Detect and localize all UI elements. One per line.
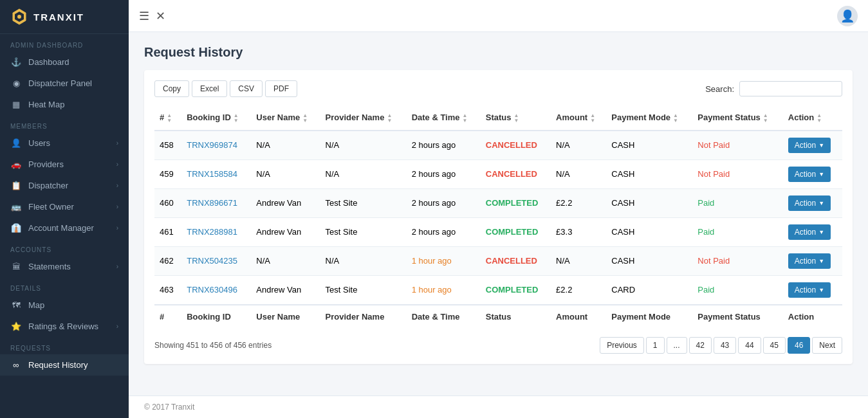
cell-user-name: N/A (251, 131, 320, 160)
col-provider-name: Provider Name▲▼ (320, 106, 407, 131)
sidebar: TRANXIT ADMIN DASHBOARD ⚓ Dashboard ◉ Di… (0, 0, 129, 418)
users-icon: 👤 (10, 138, 22, 148)
request-history-table: #▲▼ Booking ID▲▼ User Name▲▼ Provider Na… (154, 106, 842, 328)
sidebar-item-request-history[interactable]: ∞ Request History (0, 354, 129, 376)
page-ellipsis: ... (667, 337, 687, 354)
menu-icon[interactable]: ☰ (139, 9, 149, 23)
sidebar-item-map[interactable]: 🗺 Map (0, 295, 129, 316)
statements-icon: 🏛 (10, 262, 22, 271)
sidebar-item-label: Users (28, 138, 50, 148)
sort-arrows-status: ▲▼ (513, 113, 519, 123)
request-history-card: Copy Excel CSV PDF Search: #▲▼ Booking I… (144, 70, 853, 364)
providers-icon: 🚗 (10, 159, 22, 169)
previous-button[interactable]: Previous (600, 337, 644, 354)
pagination: Previous 1 ... 42 43 44 45 46 Next (600, 337, 842, 354)
search-wrap: Search: (705, 81, 842, 96)
sidebar-item-statements[interactable]: 🏛 Statements › (0, 256, 129, 277)
sidebar-item-heat-map[interactable]: ▦ Heat Map (0, 94, 129, 115)
next-button[interactable]: Next (812, 337, 842, 354)
page-42-button[interactable]: 42 (689, 337, 712, 354)
sidebar-item-ratings-reviews[interactable]: ⭐ Ratings & Reviews › (0, 316, 129, 337)
logo-icon (10, 8, 28, 26)
sidebar-item-dashboard[interactable]: ⚓ Dashboard (0, 51, 129, 73)
cell-user-name: N/A (251, 159, 320, 188)
cell-payment-mode: CASH (606, 217, 692, 246)
action-button-2[interactable]: Action ▼ (788, 195, 831, 211)
chevron-right-icon: › (116, 224, 118, 232)
col-payment-status: Payment Status▲▼ (692, 106, 782, 131)
csv-button[interactable]: CSV (230, 80, 263, 97)
sidebar-item-label: Account Manager (28, 223, 94, 233)
sidebar-item-providers[interactable]: 🚗 Providers › (0, 154, 129, 175)
dispatcher-panel-icon: ◉ (10, 78, 22, 88)
caret-down-icon: ▼ (818, 171, 824, 177)
cell-amount: N/A (551, 131, 606, 160)
footer-col-payment-status: Payment Status (692, 305, 782, 328)
cell-action: Action ▼ (783, 275, 842, 305)
cell-amount: £2.2 (551, 275, 606, 305)
cell-booking-id: TRNX896671 (181, 188, 251, 217)
section-admin-label: ADMIN DASHBOARD (0, 34, 129, 51)
cell-date-time: 1 hour ago (407, 246, 481, 275)
sidebar-item-dispatcher[interactable]: 📋 Dispatcher › (0, 175, 129, 196)
sort-arrows-payment-mode: ▲▼ (673, 113, 678, 123)
page-45-button[interactable]: 45 (763, 337, 786, 354)
page-44-button[interactable]: 44 (738, 337, 761, 354)
page-43-button[interactable]: 43 (714, 337, 736, 354)
pdf-button[interactable]: PDF (265, 80, 297, 97)
footer-col-action: Action (783, 305, 842, 328)
heat-map-icon: ▦ (10, 100, 22, 109)
cell-user-name: Andrew Van (251, 275, 320, 305)
sidebar-item-label: Dispatcher (28, 181, 68, 190)
cell-payment-status: Paid (692, 275, 782, 305)
sort-arrows-action: ▲▼ (817, 113, 822, 123)
cell-provider-name: Test Site (320, 217, 407, 246)
search-input[interactable] (739, 81, 842, 96)
cell-amount: £3.3 (551, 217, 606, 246)
action-button-4[interactable]: Action ▼ (788, 253, 831, 269)
table-row: 463 TRNX630496 Andrew Van Test Site 1 ho… (154, 275, 842, 305)
col-num: #▲▼ (154, 106, 181, 131)
action-button-1[interactable]: Action ▼ (788, 167, 831, 182)
logo-text: TRANXIT (33, 12, 84, 23)
copy-button[interactable]: Copy (154, 80, 189, 97)
sort-arrows-date: ▲▼ (463, 113, 468, 123)
excel-button[interactable]: Excel (192, 80, 227, 97)
cell-booking-id: TRNX630496 (181, 275, 251, 305)
sort-arrows-provider: ▲▼ (387, 113, 392, 123)
cell-date-time: 2 hours ago (407, 159, 481, 188)
caret-down-icon: ▼ (818, 258, 824, 264)
caret-down-icon: ▼ (818, 287, 824, 293)
close-icon[interactable]: ✕ (156, 9, 165, 23)
logo: TRANXIT (0, 0, 129, 34)
sidebar-item-label: Heat Map (28, 100, 64, 109)
cell-num: 459 (154, 159, 181, 188)
footer-col-provider: Provider Name (320, 305, 407, 328)
sidebar-item-fleet-owner[interactable]: 🚌 Fleet Owner › (0, 196, 129, 217)
action-button-0[interactable]: Action ▼ (788, 138, 831, 153)
col-booking-id: Booking ID▲▼ (181, 106, 251, 131)
footer-col-amount: Amount (551, 305, 606, 328)
page-46-button[interactable]: 46 (788, 337, 810, 354)
fleet-owner-icon: 🚌 (10, 202, 22, 212)
cell-amount: N/A (551, 246, 606, 275)
cell-action: Action ▼ (783, 159, 842, 188)
table-toolbar: Copy Excel CSV PDF Search: (154, 80, 842, 97)
cell-provider-name: N/A (320, 131, 407, 160)
entries-info: Showing 451 to 456 of 456 entries (154, 341, 272, 350)
action-button-5[interactable]: Action ▼ (788, 282, 831, 298)
cell-action: Action ▼ (783, 188, 842, 217)
action-button-3[interactable]: Action ▼ (788, 224, 831, 240)
sidebar-item-account-manager[interactable]: 👔 Account Manager › (0, 217, 129, 239)
table-footer-row: # Booking ID User Name Provider Name Dat… (154, 305, 842, 328)
table-row: 458 TRNX969874 N/A N/A 2 hours ago CANCE… (154, 131, 842, 160)
cell-provider-name: Test Site (320, 188, 407, 217)
sidebar-item-label: Ratings & Reviews (28, 322, 98, 331)
cell-user-name: Andrew Van (251, 188, 320, 217)
cell-payment-mode: CASH (606, 131, 692, 160)
sidebar-item-users[interactable]: 👤 Users › (0, 132, 129, 154)
sidebar-item-dispatcher-panel[interactable]: ◉ Dispatcher Panel (0, 73, 129, 94)
sort-arrows-booking: ▲▼ (234, 113, 239, 123)
page-1-button[interactable]: 1 (646, 337, 665, 354)
search-label: Search: (705, 84, 734, 94)
